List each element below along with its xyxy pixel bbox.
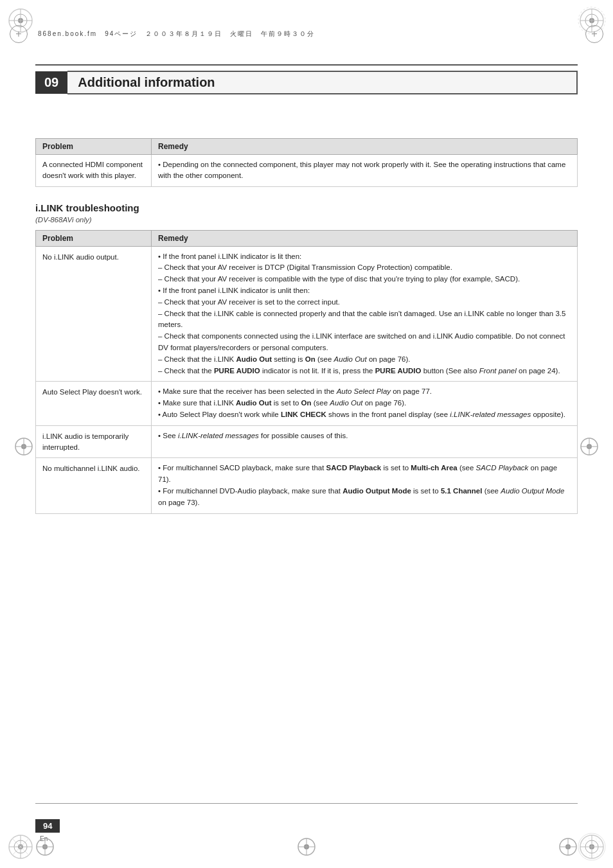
print-reg-bar: 868en.book.fm 94ページ ２００３年８月１９日 火曜日 午前９時３… xyxy=(0,0,613,67)
ilink-remedy-2: • Make sure that the receiver has been s… xyxy=(152,382,578,425)
ilink-remedy-1: • If the front panel i.LINK indicator is… xyxy=(152,246,578,382)
ilink-problem-4: No multichannel i.LINK audio. xyxy=(36,458,152,513)
ilink-table: Problem Remedy No i.LINK audio output. •… xyxy=(35,230,578,514)
side-reg-left xyxy=(14,437,33,458)
hdmi-remedy-cell: • Depending on the connected component, … xyxy=(152,155,578,187)
print-reg-left: 868en.book.fm 94ページ ２００３年８月１９日 火曜日 午前９時３… xyxy=(10,25,315,43)
hdmi-table: Problem Remedy A connected HDMI componen… xyxy=(35,138,578,187)
reg-crosshair-left xyxy=(10,25,28,43)
bottom-reg-center xyxy=(297,837,316,858)
page-number: 94 xyxy=(35,819,60,833)
corner-decoration-br xyxy=(578,833,607,862)
ilink-table-header-remedy: Remedy xyxy=(152,230,578,246)
ilink-problem-3: i.LINK audio is temporarily interrupted. xyxy=(36,425,152,458)
hdmi-problem-cell: A connected HDMI component doesn't work … xyxy=(36,155,152,187)
bottom-reg-right xyxy=(558,837,578,858)
chapter-header: 09 Additional information xyxy=(35,71,578,94)
ilink-remedy-3: • See i.LINK-related messages for possib… xyxy=(152,425,578,458)
ilink-problem-2: Auto Select Play doesn't work. xyxy=(36,382,152,425)
side-reg-right xyxy=(580,437,599,458)
hdmi-table-header-problem: Problem xyxy=(36,139,152,155)
page: 868en.book.fm 94ページ ２００３年８月１９日 火曜日 午前９時３… xyxy=(0,0,613,868)
ilink-section-heading: i.LINK troubleshooting xyxy=(35,202,578,213)
bottom-border-line xyxy=(35,803,578,804)
chapter-title: Additional information xyxy=(67,71,578,94)
table-row: i.LINK audio is temporarily interrupted.… xyxy=(36,425,578,458)
ilink-section-subheading: (DV-868AVi only) xyxy=(35,216,578,224)
chapter-number: 09 xyxy=(35,71,67,94)
ilink-remedy-4: • For multichannel SACD playback, make s… xyxy=(152,458,578,513)
table-row: Auto Select Play doesn't work. • Make su… xyxy=(36,382,578,425)
print-info-text: 868en.book.fm 94ページ ２００３年８月１９日 火曜日 午前９時３… xyxy=(38,30,315,39)
table-row: A connected HDMI component doesn't work … xyxy=(36,155,578,187)
table-row: No i.LINK audio output. • If the front p… xyxy=(36,246,578,382)
ilink-problem-1: No i.LINK audio output. xyxy=(36,246,152,382)
reg-crosshair-right xyxy=(585,25,603,43)
corner-decoration-bl xyxy=(6,833,35,862)
hdmi-table-header-remedy: Remedy xyxy=(152,139,578,155)
table-row: No multichannel i.LINK audio. • For mult… xyxy=(36,458,578,513)
main-content: Problem Remedy A connected HDMI componen… xyxy=(35,119,578,797)
bottom-reg-left xyxy=(35,837,55,858)
top-border-line xyxy=(35,64,578,66)
ilink-table-header-problem: Problem xyxy=(36,230,152,246)
